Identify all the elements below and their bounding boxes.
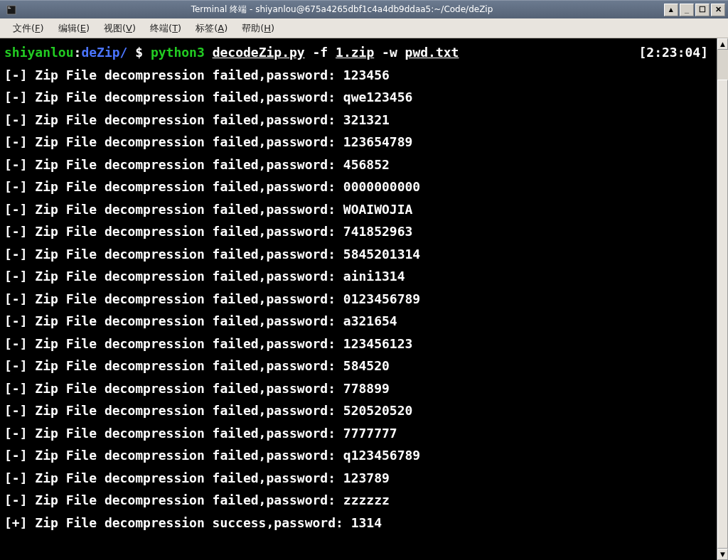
svg-rect-1: [8, 6, 10, 7]
minimize-button[interactable]: _: [680, 4, 694, 16]
window-controls: ▴ _ ☐ ✕: [664, 4, 725, 16]
output-line-fail: [-] Zip File decompression failed,passwo…: [4, 131, 712, 154]
close-button[interactable]: ✕: [711, 4, 725, 16]
output-line-fail: [-] Zip File decompression failed,passwo…: [4, 422, 712, 445]
output-line-fail: [-] Zip File decompression failed,passwo…: [4, 64, 712, 87]
scroll-down-button[interactable]: ▼: [717, 549, 728, 560]
menu-terminal[interactable]: 终端(T): [143, 19, 188, 38]
scrollbar: ▲ ▼: [717, 38, 728, 560]
output-line-fail: [-] Zip File decompression failed,passwo…: [4, 489, 712, 512]
menu-file[interactable]: 文件(F): [6, 19, 51, 38]
app-icon: [6, 4, 17, 16]
menu-help[interactable]: 帮助(H): [235, 19, 282, 38]
menubar: 文件(F) 编辑(E) 视图(V) 终端(T) 标签(A) 帮助(H): [0, 18, 728, 38]
output-line-fail: [-] Zip File decompression failed,passwo…: [4, 243, 712, 266]
scroll-up-button[interactable]: ▲: [717, 38, 728, 50]
output-line-fail: [-] Zip File decompression failed,passwo…: [4, 288, 712, 311]
terminal-output[interactable]: shiyanlou:deZip/ $ python3 decodeZip.py …: [0, 38, 717, 560]
shade-button[interactable]: ▴: [664, 4, 678, 16]
menu-view[interactable]: 视图(V): [97, 19, 143, 38]
menu-edit[interactable]: 编辑(E): [51, 19, 97, 38]
window-title: Terminal 终端 - shiyanlou@675a4265dbf1c4a4…: [20, 4, 664, 16]
output-line-fail: [-] Zip File decompression failed,passwo…: [4, 333, 712, 355]
output-line-fail: [-] Zip File decompression failed,passwo…: [4, 86, 712, 109]
output-line-fail: [-] Zip File decompression failed,passwo…: [4, 355, 712, 377]
output-line-fail: [-] Zip File decompression failed,passwo…: [4, 265, 712, 288]
output-line-fail: [-] Zip File decompression failed,passwo…: [4, 154, 712, 176]
svg-rect-2: [8, 8, 11, 9]
output-line-fail: [-] Zip File decompression failed,passwo…: [4, 176, 712, 198]
output-line-fail: [-] Zip File decompression failed,passwo…: [4, 399, 712, 422]
scroll-thumb[interactable]: [717, 80, 728, 549]
prompt-line: shiyanlou:deZip/ $ python3 decodeZip.py …: [4, 41, 712, 64]
output-line-fail: [-] Zip File decompression failed,passwo…: [4, 377, 712, 400]
output-line-fail: [-] Zip File decompression failed,passwo…: [4, 220, 712, 243]
output-line-fail: [-] Zip File decompression failed,passwo…: [4, 310, 712, 333]
output-line-fail: [-] Zip File decompression failed,passwo…: [4, 444, 712, 467]
terminal-container: shiyanlou:deZip/ $ python3 decodeZip.py …: [0, 38, 728, 560]
window-titlebar: Terminal 终端 - shiyanlou@675a4265dbf1c4a4…: [0, 0, 728, 18]
menu-tabs[interactable]: 标签(A): [188, 19, 235, 38]
output-line-fail: [-] Zip File decompression failed,passwo…: [4, 109, 712, 131]
scroll-track[interactable]: [717, 50, 728, 549]
output-line-fail: [-] Zip File decompression failed,passwo…: [4, 198, 712, 221]
output-line-success: [+] Zip File decompression success,passw…: [4, 512, 712, 534]
output-line-fail: [-] Zip File decompression failed,passwo…: [4, 467, 712, 490]
maximize-button[interactable]: ☐: [695, 4, 710, 16]
